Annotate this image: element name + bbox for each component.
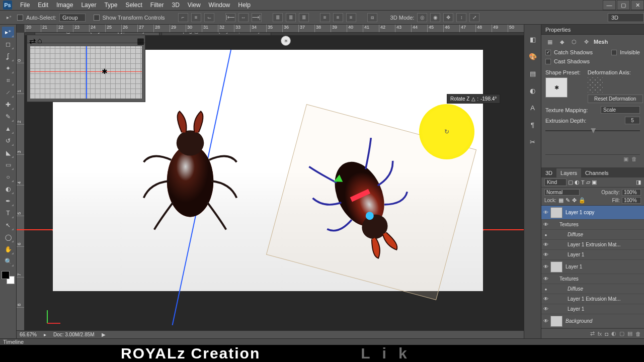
menu-help[interactable]: Help [234,2,255,9]
visibility-toggle[interactable] [541,242,550,247]
beetle-object-1[interactable] [137,105,243,236]
lock-pixels-icon[interactable]: ✎ [566,197,570,204]
3d-light-icon[interactable]: ☀ [281,36,291,46]
layer-name[interactable]: Background [565,318,644,324]
magic-wand-tool[interactable]: ✦ [2,63,14,74]
layer-row[interactable]: Background [541,314,644,328]
history-panel-icon[interactable]: ◧ [527,34,538,45]
stamp-tool[interactable]: ▲ [2,123,14,134]
reset-deformation-button[interactable]: Reset Deformation [588,95,643,103]
visibility-toggle[interactable] [541,296,550,302]
swatches-panel-icon[interactable]: ▤ [527,68,538,79]
path-select-tool[interactable]: ↖ [2,220,14,231]
status-arrow-icon[interactable]: ▶ [102,332,106,337]
group-icon[interactable]: ▢ [619,330,624,337]
eyedropper-tool[interactable]: ⟋ [2,87,14,98]
lock-all-icon[interactable]: 🔒 [579,197,586,204]
align-vcenter-icon[interactable]: ≡ [191,13,201,22]
brush-tool[interactable]: ✎ [2,111,14,122]
new-layer-icon[interactable]: ▤ [627,330,632,337]
layer-name[interactable]: Diffuse [567,286,644,292]
layer-row[interactable]: Textures [541,274,644,284]
distribute-top-icon[interactable]: ≣ [273,13,283,22]
layer-row[interactable]: Layer 1 copy [541,206,644,220]
layer-name[interactable]: Layer 1 [567,252,644,257]
eraser-tool[interactable]: ◣ [2,147,14,158]
extrusion-depth-input[interactable]: 5 [625,117,640,124]
home-view-icon[interactable]: ⌂ [37,36,43,42]
link-layers-icon[interactable]: ⇄ [590,330,595,337]
extrusion-depth-slider[interactable] [545,130,640,131]
layers-panel-tab[interactable]: Layers [556,168,581,177]
trash-icon[interactable]: 🗑 [631,156,637,162]
mesh-icon[interactable]: ▦ [545,37,554,46]
marquee-tool[interactable]: ◻ [2,39,14,50]
color-panel-icon[interactable]: 🎨 [527,51,538,62]
menu-image[interactable]: Image [52,2,77,9]
visibility-toggle[interactable] [541,318,550,324]
layer-name[interactable]: Layer 1 copy [565,210,644,215]
zoom-menu-icon[interactable]: ▸ [44,332,46,337]
align-right-icon[interactable]: ⟶| [252,13,262,22]
layer-thumbnail[interactable] [550,316,562,327]
distribute-bottom-icon[interactable]: ≣ [299,13,309,22]
layer-row[interactable]: Layer 1 Extrusion Mat... [541,294,644,304]
auto-select-checkbox[interactable] [17,15,23,21]
move-tool[interactable]: ▸⁺ [2,27,14,38]
secondary-view-panel[interactable]: ⇄⌂▦ ✱ [27,35,145,102]
3d-orbit-icon[interactable]: ◎ [417,13,427,22]
dodge-tool[interactable]: ◐ [2,184,14,195]
layer-row[interactable]: Textures [541,220,644,230]
align-bottom-icon[interactable]: ⌙ [204,13,214,22]
menu-3d[interactable]: 3D [168,2,183,9]
layer-name[interactable]: Layer 1 Extrusion Mat... [567,242,644,247]
invisible-checkbox[interactable] [611,50,617,55]
auto-align-icon[interactable]: ⧈ [367,13,377,22]
type-tool[interactable]: T [2,208,14,219]
zoom-tool[interactable]: 🔍 [2,256,14,267]
filter-adjust-icon[interactable]: ◐ [575,179,580,186]
auto-select-dropdown[interactable]: Group [59,14,86,22]
visibility-toggle[interactable] [541,232,550,237]
history-brush-tool[interactable]: ↺ [2,135,14,146]
fx-icon[interactable]: fx [598,331,602,337]
layer-row[interactable]: Layer 1 [541,250,644,260]
visibility-toggle[interactable] [541,286,550,292]
gradient-tool[interactable]: ▭ [2,159,14,170]
menu-filter[interactable]: Filter [146,2,168,9]
layer-row[interactable]: Layer 1 [541,304,644,314]
delete-layer-icon[interactable]: 🗑 [635,331,641,337]
timeline-panel-tab[interactable]: Timeline [3,339,24,345]
fill-input[interactable]: 100% [622,197,641,204]
character-panel-icon[interactable]: A [527,102,538,113]
catch-shadows-checkbox[interactable] [545,50,551,55]
filter-pixel-icon[interactable]: ▢ [568,179,573,186]
3d-slide-icon[interactable]: ↕ [456,13,466,22]
3d-roll-icon[interactable]: ◉ [430,13,440,22]
cap-icon[interactable]: ⬡ [570,37,579,46]
distribute-left-icon[interactable]: ≡ [320,13,330,22]
zoom-level[interactable]: 66.67% [20,332,37,337]
render-icon[interactable]: ▣ [623,156,628,162]
filter-smart-icon[interactable]: ▣ [592,179,597,186]
window-close[interactable]: ✕ [631,0,644,10]
vertical-ruler[interactable]: 0123456789 [17,33,25,338]
layer-list[interactable]: Layer 1 copyTexturesDiffuseLayer 1 Extru… [541,206,644,328]
visibility-toggle[interactable] [541,276,550,282]
lasso-tool[interactable]: ʆ [2,51,14,62]
3d-pan-icon[interactable]: ✥ [443,13,453,22]
visibility-toggle[interactable] [541,210,550,215]
filter-toggle-icon[interactable]: ◨ [636,179,641,186]
menu-file[interactable]: File [16,2,34,9]
layer-name[interactable]: Layer 1 Extrusion Mat... [567,296,644,302]
visibility-toggle[interactable] [541,222,550,227]
layer-row[interactable]: Layer 1 Extrusion Mat... [541,240,644,250]
deform-icon[interactable]: ◆ [557,37,567,46]
layer-name[interactable]: Textures [558,222,644,227]
visibility-toggle[interactable] [541,264,550,269]
coords-icon[interactable]: ✥ [582,37,591,46]
distribute-hcenter-icon[interactable]: ≡ [333,13,343,22]
blur-tool[interactable]: ○ [2,171,14,183]
layer-name[interactable]: Textures [558,276,644,282]
texture-mapping-select[interactable]: Scale [601,106,640,114]
